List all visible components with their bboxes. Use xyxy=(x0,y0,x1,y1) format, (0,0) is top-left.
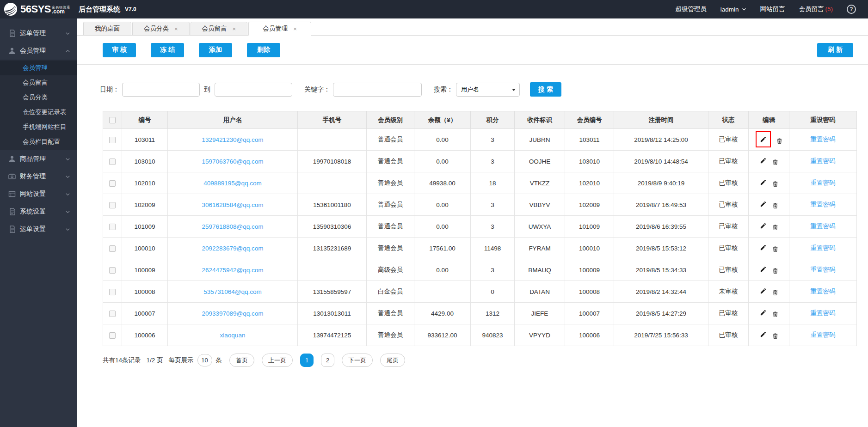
tab-close-icon[interactable]: × xyxy=(233,26,236,32)
reset-password-link[interactable]: 重置密码 xyxy=(811,201,836,208)
delete-trash-icon[interactable] xyxy=(772,181,778,187)
username-link[interactable]: 1597063760@qq.com xyxy=(202,158,263,165)
row-checkbox[interactable] xyxy=(109,245,116,252)
reset-password-link[interactable]: 重置密码 xyxy=(811,288,836,295)
search-button[interactable]: 搜 索 xyxy=(530,82,561,97)
cell-member-id: 100007 xyxy=(565,303,614,324)
row-checkbox[interactable] xyxy=(109,311,116,317)
delete-trash-icon[interactable] xyxy=(772,202,778,209)
refresh-button[interactable]: 刷 新 xyxy=(817,43,853,57)
audit-button[interactable]: 审 核 xyxy=(103,43,136,57)
username-link[interactable]: 1329421230@qq.com xyxy=(202,136,263,143)
sidebar-item-3[interactable]: 财务管理 xyxy=(0,168,77,185)
sidebar-item-0[interactable]: 运单管理 xyxy=(0,24,77,42)
delete-trash-icon[interactable] xyxy=(772,311,778,317)
cell-phone: 19970108018 xyxy=(298,151,367,172)
sidebar-item-5[interactable]: 系统设置 xyxy=(0,203,77,220)
row-checkbox[interactable] xyxy=(109,159,116,165)
edit-pencil-icon[interactable] xyxy=(760,179,767,186)
next-page-button[interactable]: 下一页 xyxy=(342,354,373,367)
username-link[interactable]: 535731064@qq.com xyxy=(203,288,262,295)
reset-password-link[interactable]: 重置密码 xyxy=(811,223,836,230)
username-link[interactable]: 3061628584@qq.com xyxy=(202,201,263,208)
username-link[interactable]: 409889195@qq.com xyxy=(203,180,262,187)
cell-points: 3 xyxy=(471,259,515,281)
reset-password-link[interactable]: 重置密码 xyxy=(811,244,836,251)
column-header-8: 注册时间 xyxy=(614,111,708,129)
tab-close-icon[interactable]: × xyxy=(174,26,178,32)
prev-page-button[interactable]: 上一页 xyxy=(262,354,293,367)
delete-button[interactable]: 删除 xyxy=(247,43,280,57)
sidebar-subitem-3[interactable]: 仓位变更记录表 xyxy=(0,105,77,120)
tab-0[interactable]: 我的桌面 xyxy=(83,22,131,36)
tab-3[interactable]: 会员管理× xyxy=(248,22,311,36)
username-link[interactable]: 2093397089@qq.com xyxy=(202,310,263,317)
row-checkbox[interactable] xyxy=(109,267,116,274)
edit-pencil-icon[interactable] xyxy=(760,136,767,143)
member-messages-link[interactable]: 会员留言(5) xyxy=(799,5,833,13)
delete-trash-icon[interactable] xyxy=(772,159,778,165)
username-link[interactable]: xiaoquan xyxy=(220,332,246,339)
tab-close-icon[interactable]: × xyxy=(293,26,297,32)
delete-trash-icon[interactable] xyxy=(776,138,782,144)
add-button[interactable]: 添加 xyxy=(199,43,232,57)
delete-trash-icon[interactable] xyxy=(772,268,778,274)
sidebar-item-4[interactable]: 网站设置 xyxy=(0,185,77,203)
per-page-input[interactable]: 10 xyxy=(197,354,212,366)
row-checkbox[interactable] xyxy=(109,137,116,143)
delete-trash-icon[interactable] xyxy=(772,289,778,296)
sidebar-subitem-0-active[interactable]: 会员管理 xyxy=(0,61,77,75)
tab-1[interactable]: 会员分类× xyxy=(132,22,190,36)
sidebar-subitem-2[interactable]: 会员分类 xyxy=(0,90,77,105)
page-number-2[interactable]: 2 xyxy=(321,354,334,367)
tab-2[interactable]: 会员留言× xyxy=(191,22,248,36)
cell-balance xyxy=(414,281,471,303)
user-menu[interactable]: iadmin xyxy=(720,6,746,13)
edit-pencil-icon[interactable] xyxy=(760,201,767,207)
edit-pencil-icon[interactable] xyxy=(760,287,767,294)
sidebar-item-2[interactable]: 商品管理 xyxy=(0,150,77,168)
date-to-input[interactable] xyxy=(215,83,292,97)
site-messages-link[interactable]: 网站留言 xyxy=(760,5,785,13)
last-page-button[interactable]: 尾页 xyxy=(380,354,405,367)
delete-trash-icon[interactable] xyxy=(772,224,778,231)
logo-swoosh-icon xyxy=(4,2,18,16)
reset-password-link[interactable]: 重置密码 xyxy=(811,179,836,186)
first-page-button[interactable]: 首页 xyxy=(229,354,254,367)
edit-pencil-icon[interactable] xyxy=(760,157,767,164)
edit-pencil-icon[interactable] xyxy=(760,331,767,338)
sidebar-subitem-4[interactable]: 手机端网站栏目 xyxy=(0,120,77,134)
freeze-button[interactable]: 冻 结 xyxy=(151,43,184,57)
edit-pencil-icon[interactable] xyxy=(760,222,767,229)
search-type-select[interactable]: 用户名 xyxy=(456,83,520,97)
row-checkbox[interactable] xyxy=(109,202,116,208)
row-checkbox[interactable] xyxy=(109,180,116,187)
reset-password-link[interactable]: 重置密码 xyxy=(811,331,836,338)
username-link[interactable]: 2092283679@qq.com xyxy=(202,245,263,252)
row-checkbox[interactable] xyxy=(109,332,116,339)
delete-trash-icon[interactable] xyxy=(772,246,778,252)
reset-password-link[interactable]: 重置密码 xyxy=(811,266,836,273)
username-link[interactable]: 2597618808@qq.com xyxy=(202,223,263,230)
username-link[interactable]: 2624475942@qq.com xyxy=(202,267,263,274)
sidebar-item-6[interactable]: 运单设置 xyxy=(0,220,77,238)
delete-trash-icon[interactable] xyxy=(772,333,778,339)
member-icon xyxy=(8,47,16,55)
row-checkbox[interactable] xyxy=(109,224,116,230)
edit-pencil-icon[interactable] xyxy=(760,266,767,273)
sidebar-item-1[interactable]: 会员管理 xyxy=(0,42,77,60)
sidebar-subitem-1[interactable]: 会员留言 xyxy=(0,75,77,90)
sidebar-subitem-5[interactable]: 会员栏目配置 xyxy=(0,134,77,149)
date-from-input[interactable] xyxy=(122,83,200,97)
edit-pencil-icon[interactable] xyxy=(760,309,767,316)
page-number-1-active[interactable]: 1 xyxy=(300,354,314,367)
edit-pencil-icon[interactable] xyxy=(760,244,767,251)
row-checkbox[interactable] xyxy=(109,289,116,295)
reset-password-link[interactable]: 重置密码 xyxy=(811,310,836,317)
select-all-checkbox[interactable] xyxy=(109,117,116,123)
cell-balance: 0.00 xyxy=(414,194,471,216)
help-icon[interactable]: ? xyxy=(847,5,856,14)
reset-password-link[interactable]: 重置密码 xyxy=(811,136,836,143)
reset-password-link[interactable]: 重置密码 xyxy=(811,158,836,165)
keyword-input[interactable] xyxy=(333,83,422,97)
